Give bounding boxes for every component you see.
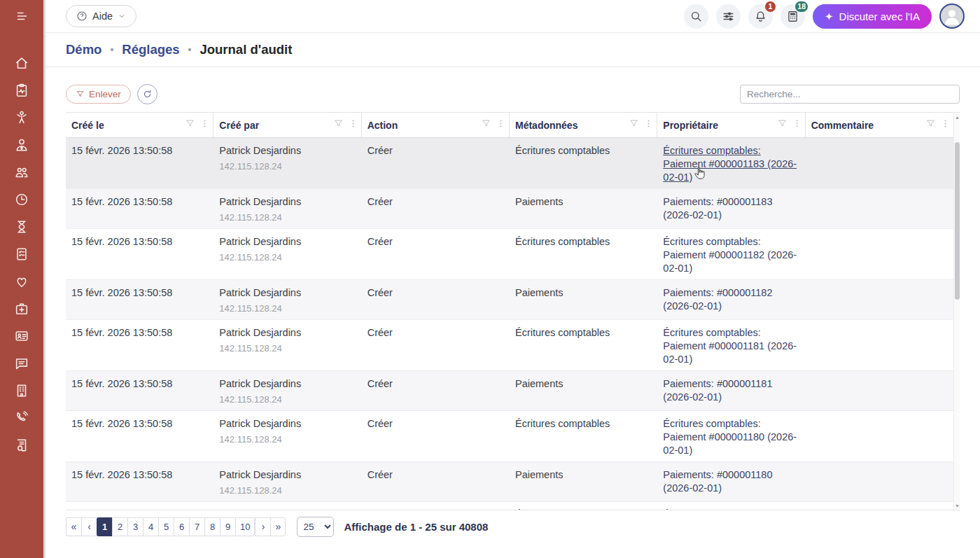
column-menu-icon[interactable] bbox=[200, 118, 210, 132]
table-row[interactable]: 15 févr. 2026 13:50:58Patrick Desjardins… bbox=[66, 280, 953, 320]
scrollbar-thumb[interactable] bbox=[955, 142, 960, 300]
ai-chat-button[interactable]: ✦ Discuter avec l'IA bbox=[813, 4, 932, 29]
column-menu-icon[interactable] bbox=[940, 118, 951, 132]
clock-icon[interactable] bbox=[0, 186, 43, 213]
column-header[interactable]: Créé le bbox=[66, 113, 214, 137]
owner-link[interactable]: Écritures comptables: Paiement #00000117… bbox=[663, 509, 797, 510]
cell-created: 15 févr. 2026 13:50:58 bbox=[66, 280, 214, 319]
page-button-10[interactable]: 10 bbox=[235, 517, 255, 536]
table-row[interactable]: 15 févr. 2026 13:50:58Patrick Desjardins… bbox=[66, 189, 953, 229]
table-row[interactable]: 15 févr. 2026 13:50:58Patrick Desjardins… bbox=[66, 138, 953, 189]
column-menu-icon[interactable] bbox=[643, 118, 654, 132]
search-button[interactable] bbox=[684, 4, 708, 29]
owner-link[interactable]: Paiements: #000001180 (2026-02-01) bbox=[663, 469, 772, 494]
remove-filter-button[interactable]: Enlever bbox=[66, 85, 131, 104]
breadcrumb-demo[interactable]: Démo bbox=[66, 42, 102, 57]
page-button-2[interactable]: 2 bbox=[112, 517, 127, 536]
cell-comment bbox=[806, 229, 953, 279]
id-card-icon[interactable] bbox=[0, 322, 43, 349]
pagination-summary: Affichage de 1 - 25 sur 40808 bbox=[344, 521, 488, 533]
owner-link[interactable]: Écritures comptables: Paiement #00000118… bbox=[663, 236, 797, 274]
filter-funnel-icon[interactable] bbox=[925, 118, 936, 132]
filter-funnel-icon[interactable] bbox=[333, 118, 344, 132]
apps-button[interactable]: 18 bbox=[780, 4, 805, 29]
ip-address: 142.115.128.24 bbox=[219, 433, 354, 446]
phone-icon[interactable] bbox=[0, 404, 43, 431]
table-header-row: Créé leCréé parActionMétadonnéesPropriét… bbox=[66, 113, 953, 138]
column-header[interactable]: Créé par bbox=[214, 113, 361, 137]
cell-action: Créer bbox=[362, 138, 510, 188]
table-row[interactable]: 15 févr. 2026 13:50:58Patrick Desjardins… bbox=[66, 320, 953, 371]
cell-created-by: Patrick Desjardins142.115.128.24 bbox=[214, 371, 361, 410]
page-button-7[interactable]: 7 bbox=[189, 517, 204, 536]
owner-link[interactable]: Écritures comptables: Paiement #00000118… bbox=[663, 145, 797, 183]
page-button-6[interactable]: 6 bbox=[174, 517, 189, 536]
heart-icon[interactable] bbox=[0, 267, 43, 295]
filter-funnel-icon[interactable] bbox=[481, 118, 491, 132]
refresh-button[interactable] bbox=[137, 84, 158, 104]
people-group-icon[interactable] bbox=[0, 158, 43, 186]
building-icon[interactable] bbox=[0, 377, 43, 404]
audit-report-icon[interactable] bbox=[0, 431, 43, 459]
column-label: Action bbox=[368, 120, 481, 131]
column-header[interactable]: Commentaire bbox=[806, 113, 953, 137]
column-menu-icon[interactable] bbox=[348, 118, 358, 132]
owner-link[interactable]: Paiements: #000001181 (2026-02-01) bbox=[663, 378, 772, 403]
cell-created: 15 févr. 2026 13:50:58 bbox=[66, 371, 214, 410]
help-button[interactable]: Aide bbox=[66, 5, 136, 27]
cell-owner: Écritures comptables: Paiement #00000118… bbox=[657, 138, 805, 188]
cell-created: 15 févr. 2026 13:50:58 bbox=[66, 189, 214, 228]
filter-funnel-icon[interactable] bbox=[629, 118, 639, 132]
page-size-select[interactable]: 25 bbox=[297, 517, 334, 537]
column-header[interactable]: Propriétaire bbox=[657, 113, 805, 137]
cell-metadata: Paiements bbox=[510, 462, 657, 501]
cell-comment bbox=[806, 280, 953, 319]
column-header[interactable]: Métadonnées bbox=[510, 113, 657, 137]
table-row[interactable]: 15 févr. 2026 13:50:58Patrick Desjardins… bbox=[66, 411, 953, 462]
notifications-button[interactable]: 1 bbox=[748, 4, 773, 29]
page-button-5[interactable]: 5 bbox=[158, 517, 174, 536]
user-tie-icon[interactable] bbox=[0, 131, 43, 158]
document-checklist-icon[interactable] bbox=[0, 240, 43, 267]
prev-page-button[interactable]: ‹ bbox=[81, 517, 97, 536]
filter-funnel-icon[interactable] bbox=[777, 118, 788, 132]
first-page-button[interactable]: « bbox=[66, 517, 81, 536]
owner-link[interactable]: Paiements: #000001183 (2026-02-01) bbox=[663, 196, 772, 221]
first-aid-kit-icon[interactable] bbox=[0, 295, 43, 322]
home-icon[interactable] bbox=[0, 49, 43, 76]
last-page-button[interactable]: » bbox=[270, 517, 286, 536]
search-input[interactable] bbox=[740, 85, 960, 104]
avatar[interactable] bbox=[939, 4, 965, 29]
breadcrumb-reglages[interactable]: Réglages bbox=[122, 42, 179, 57]
content: Enlever Créé leCréé parActionMétadonnées… bbox=[46, 67, 980, 558]
hourglass-icon[interactable] bbox=[0, 213, 43, 240]
filter-funnel-icon[interactable] bbox=[185, 118, 195, 132]
owner-link[interactable]: Paiements: #000001182 (2026-02-01) bbox=[663, 287, 772, 312]
next-page-button[interactable]: › bbox=[255, 517, 270, 536]
medical-chart-icon[interactable] bbox=[0, 76, 43, 104]
table-row[interactable]: 15 févr. 2026 13:50:58Patrick Desjardins… bbox=[66, 371, 953, 411]
column-menu-icon[interactable] bbox=[496, 118, 506, 132]
scroll-down-icon[interactable]: ▼ bbox=[954, 501, 960, 510]
vertical-scrollbar[interactable]: ▲ ▼ bbox=[953, 113, 960, 510]
table-row[interactable]: 15 févr. 2026 13:50:58Patrick Desjardins… bbox=[66, 229, 953, 280]
column-menu-icon[interactable] bbox=[792, 118, 802, 132]
column-label: Métadonnées bbox=[515, 120, 629, 131]
page-button-4[interactable]: 4 bbox=[143, 517, 158, 536]
page-button-3[interactable]: 3 bbox=[127, 517, 143, 536]
column-header[interactable]: Action bbox=[362, 113, 510, 137]
scroll-up-icon[interactable]: ▲ bbox=[954, 113, 960, 121]
page-button-1[interactable]: 1 bbox=[97, 517, 112, 536]
owner-link[interactable]: Écritures comptables: Paiement #00000118… bbox=[663, 418, 797, 456]
hamburger-menu-icon[interactable] bbox=[0, 0, 43, 32]
table-row[interactable]: 15 févr. 2026 13:50:58Patrick Desjardins… bbox=[66, 502, 953, 510]
person-arms-up-icon[interactable] bbox=[0, 104, 43, 131]
ip-address: 142.115.128.24 bbox=[219, 393, 354, 406]
settings-sliders-button[interactable] bbox=[716, 4, 741, 29]
owner-link[interactable]: Écritures comptables: Paiement #00000118… bbox=[663, 327, 797, 365]
page-button-9[interactable]: 9 bbox=[220, 517, 235, 536]
page-button-8[interactable]: 8 bbox=[204, 517, 220, 536]
chat-bubble-icon[interactable] bbox=[0, 349, 43, 377]
cell-metadata: Écritures comptables bbox=[510, 320, 657, 370]
table-row[interactable]: 15 févr. 2026 13:50:58Patrick Desjardins… bbox=[66, 462, 953, 502]
